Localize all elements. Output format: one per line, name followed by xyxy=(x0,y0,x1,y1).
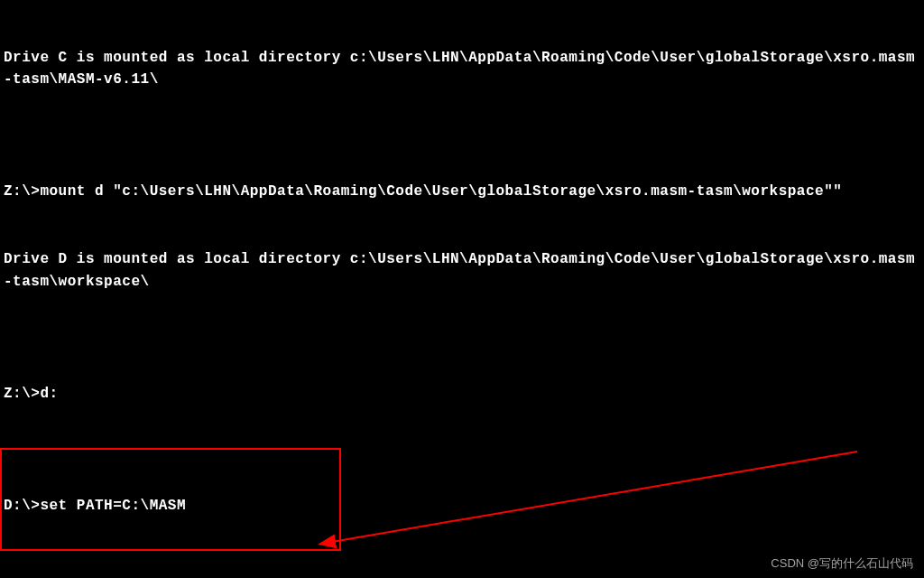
terminal-line: Z:\>mount d "c:\Users\LHN\AppData\Roamin… xyxy=(4,181,920,203)
terminal-line: Drive D is mounted as local directory c:… xyxy=(4,248,920,294)
terminal-line: Drive C is mounted as local directory c:… xyxy=(4,47,920,92)
terminal-output[interactable]: Drive C is mounted as local directory c:… xyxy=(4,2,920,578)
terminal-line: D:\>set PATH=C:\MASM xyxy=(4,495,920,517)
watermark: CSDN @写的什么石山代码 xyxy=(771,555,913,573)
terminal-line: Z:\>d: xyxy=(4,383,920,406)
